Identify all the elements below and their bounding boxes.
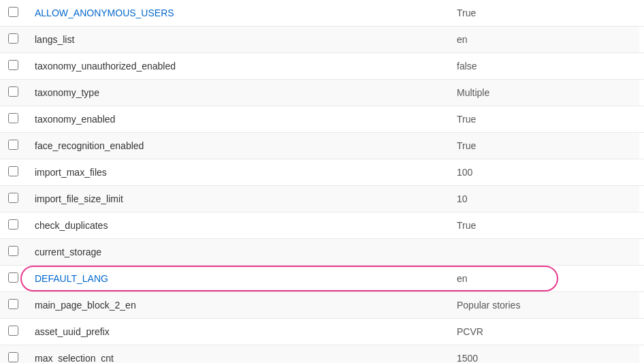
row-checkbox[interactable]: [8, 272, 18, 283]
setting-name-text: langs_list: [35, 34, 74, 45]
row-checkbox-cell: [0, 106, 27, 133]
row-checkbox-cell: [0, 292, 27, 319]
setting-name-cell: current_storage: [27, 239, 449, 266]
setting-value-cell: false: [449, 53, 639, 80]
row-checkbox-cell: [0, 0, 27, 27]
setting-name-text: import_max_files: [35, 167, 107, 178]
setting-value-cell: 100: [449, 159, 639, 186]
setting-name-cell: max_selection_cnt: [27, 345, 449, 364]
setting-name-text: taxonomy_type: [35, 87, 99, 98]
setting-value-cell: en: [449, 266, 639, 292]
row-checkbox[interactable]: [8, 166, 18, 176]
row-checkbox-cell: [0, 80, 27, 106]
row-checkbox-cell: [0, 159, 27, 186]
setting-name-text: import_file_size_limit: [35, 193, 123, 204]
setting-name-text: taxonomy_unauthorized_enabled: [35, 61, 176, 72]
setting-name-cell: check_duplicates: [27, 212, 449, 239]
setting-name-text: current_storage: [35, 247, 101, 257]
row-checkbox-cell: [0, 319, 27, 345]
setting-value-cell: [449, 239, 639, 266]
setting-value-cell: True: [449, 133, 639, 159]
settings-table: ALLOW_ANONYMOUS_USERSTruelangs_listentax…: [0, 0, 644, 363]
setting-name-cell: taxonomy_enabled: [27, 106, 449, 133]
setting-value-cell: Popular stories: [449, 292, 639, 319]
row-checkbox[interactable]: [8, 7, 18, 17]
row-checkbox[interactable]: [8, 326, 18, 336]
setting-name-cell: face_recognition_enabled: [27, 133, 449, 159]
setting-value-cell: PCVR: [449, 319, 639, 345]
row-checkbox[interactable]: [8, 219, 18, 230]
setting-value-cell: True: [449, 106, 639, 133]
setting-name-cell: langs_list: [27, 27, 449, 53]
row-checkbox[interactable]: [8, 246, 18, 256]
setting-name-text: face_recognition_enabled: [35, 140, 144, 151]
row-checkbox-cell: [0, 345, 27, 364]
row-checkbox[interactable]: [8, 193, 18, 203]
setting-name-cell: taxonomy_unauthorized_enabled: [27, 53, 449, 80]
setting-name-text: check_duplicates: [35, 220, 108, 231]
row-checkbox-cell: [0, 266, 27, 292]
row-checkbox[interactable]: [8, 86, 18, 97]
setting-name-text: asset_uuid_prefix: [35, 326, 110, 337]
row-checkbox[interactable]: [8, 33, 18, 44]
row-checkbox[interactable]: [8, 299, 18, 309]
row-checkbox[interactable]: [8, 113, 18, 123]
setting-name-text: main_page_block_2_en: [35, 300, 136, 311]
setting-value-cell: Multiple: [449, 80, 639, 106]
setting-name-cell: import_file_size_limit: [27, 186, 449, 212]
setting-name-cell: DEFAULT_LANG: [27, 266, 449, 292]
setting-name-text: max_selection_cnt: [35, 353, 114, 363]
row-checkbox-cell: [0, 186, 27, 212]
row-checkbox-cell: [0, 133, 27, 159]
setting-name-cell: asset_uuid_prefix: [27, 319, 449, 345]
setting-value-cell: 10: [449, 186, 639, 212]
setting-name-cell: main_page_block_2_en: [27, 292, 449, 319]
setting-value-cell: en: [449, 27, 639, 53]
settings-table-container: ALLOW_ANONYMOUS_USERSTruelangs_listentax…: [0, 0, 644, 363]
setting-name-cell: import_max_files: [27, 159, 449, 186]
row-checkbox-cell: [0, 212, 27, 239]
row-checkbox[interactable]: [8, 140, 18, 150]
setting-name-text: taxonomy_enabled: [35, 114, 115, 125]
row-checkbox-cell: [0, 53, 27, 80]
setting-name-link[interactable]: DEFAULT_LANG: [35, 273, 108, 284]
setting-name-link[interactable]: ALLOW_ANONYMOUS_USERS: [35, 7, 174, 18]
setting-value-cell: True: [449, 0, 639, 27]
row-checkbox[interactable]: [8, 60, 18, 70]
setting-value-cell: True: [449, 212, 639, 239]
setting-name-cell: ALLOW_ANONYMOUS_USERS: [27, 0, 449, 27]
row-checkbox[interactable]: [8, 352, 18, 362]
row-checkbox-cell: [0, 239, 27, 266]
setting-name-cell: taxonomy_type: [27, 80, 449, 106]
row-checkbox-cell: [0, 27, 27, 53]
setting-value-cell: 1500: [449, 345, 639, 364]
